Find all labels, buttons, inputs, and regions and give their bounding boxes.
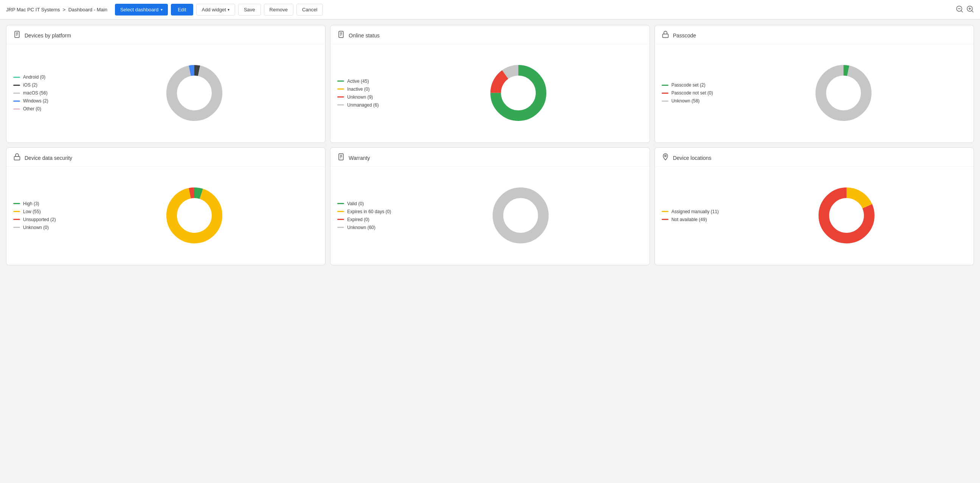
svg-point-26 [821, 70, 866, 116]
legend-item: Low (55) [13, 209, 62, 214]
legend-item: Unknown (0) [13, 225, 62, 230]
donut-device-locations [726, 183, 967, 248]
legend-color [662, 92, 668, 94]
legend-label: Unknown (0) [23, 225, 49, 230]
cancel-button[interactable]: Cancel [296, 4, 323, 16]
widget-body-device-locations: Assigned manually (11) Not available (49… [655, 167, 974, 265]
widget-body-online-status: Active (45) Inactive (0) Unknown (9) Unm… [331, 44, 649, 143]
donut-devices-by-platform [70, 61, 318, 125]
breadcrumb: JRP Mac PC IT Systems > Dashboard - Main [6, 7, 107, 13]
legend-color [13, 77, 20, 78]
zoom-in-button[interactable] [966, 5, 974, 14]
legend-item: Valid (0) [337, 201, 391, 207]
svg-rect-23 [662, 34, 668, 37]
widget-title-devices-by-platform: Devices by platform [25, 32, 71, 38]
widget-icon-device-locations [662, 153, 669, 162]
legend-color [13, 100, 20, 102]
widget-header-devices-by-platform: Devices by platform [6, 25, 325, 44]
widget-icon-devices-by-platform [13, 30, 21, 40]
legend-item: Unknown (9) [337, 94, 387, 100]
legend-label: High (3) [23, 201, 39, 207]
legend-label: Passcode set (2) [671, 83, 705, 88]
legend-label: macOS (56) [23, 91, 48, 95]
donut-online-status [394, 61, 643, 125]
legend-label: Expired (0) [347, 217, 369, 222]
legend-color [13, 85, 20, 86]
legend-devices-by-platform: Android (0) iOS (2) macOS (56) Windows (… [13, 75, 62, 111]
zoom-controls [956, 5, 974, 14]
widget-header-warranty: Warranty [331, 148, 649, 167]
svg-point-37 [498, 193, 543, 238]
legend-label: Expires in 60 days (0) [347, 209, 391, 214]
legend-label: iOS (2) [23, 83, 37, 88]
legend-color [13, 108, 20, 110]
legend-label: Unknown (9) [347, 94, 373, 100]
legend-item: Unknown (60) [337, 225, 391, 230]
legend-item: Windows (2) [13, 98, 62, 103]
legend-label: Passcode not set (0) [671, 91, 713, 95]
widget-title-device-locations: Device locations [673, 155, 711, 161]
legend-label: Unmanaged (6) [347, 102, 379, 108]
widget-device-locations: Device locations Assigned manually (11) … [654, 148, 974, 265]
legend-color [13, 219, 20, 220]
widget-icon-warranty [337, 153, 345, 162]
donut-device-data-security [70, 183, 318, 248]
widget-title-device-data-security: Device data security [25, 155, 72, 161]
widget-icon-device-data-security [13, 153, 21, 162]
svg-point-30 [172, 193, 217, 238]
legend-color [13, 211, 20, 212]
widget-body-devices-by-platform: Android (0) iOS (2) macOS (56) Windows (… [6, 44, 325, 143]
select-dashboard-button[interactable]: Select dashboard ▾ [115, 4, 168, 16]
legend-item: Other (0) [13, 106, 62, 111]
legend-item: Passcode set (2) [662, 83, 713, 88]
widget-passcode: Passcode Passcode set (2) Passcode not s… [654, 25, 974, 143]
add-widget-button[interactable]: Add widget ▾ [196, 4, 235, 16]
chevron-down-icon: ▾ [161, 8, 162, 12]
legend-label: Unknown (58) [671, 98, 700, 103]
svg-line-6 [972, 11, 973, 12]
legend-online-status: Active (45) Inactive (0) Unknown (9) Unm… [337, 79, 387, 108]
legend-device-data-security: High (3) Low (55) Unsupported (2) Unknow… [13, 201, 62, 230]
legend-label: Valid (0) [347, 201, 364, 207]
widget-icon-online-status [337, 30, 345, 40]
legend-color [662, 100, 668, 102]
legend-color [337, 96, 344, 97]
legend-item: Not available (49) [662, 217, 719, 222]
widget-header-online-status: Online status [331, 25, 649, 44]
widget-header-device-locations: Device locations [655, 148, 974, 167]
widget-online-status: Online status Active (45) Inactive (0) U… [330, 25, 649, 143]
legend-item: Assigned manually (11) [662, 209, 719, 214]
widget-header-device-data-security: Device data security [6, 148, 325, 167]
widget-title-warranty: Warranty [348, 155, 370, 161]
legend-color [337, 81, 344, 82]
legend-color [662, 85, 668, 86]
breadcrumb-parent: JRP Mac PC IT Systems [6, 7, 60, 13]
legend-item: Unknown (58) [662, 98, 713, 103]
zoom-out-button[interactable] [956, 5, 963, 14]
svg-rect-27 [14, 156, 20, 160]
legend-passcode: Passcode set (2) Passcode not set (0) Un… [662, 83, 713, 103]
legend-label: Low (55) [23, 209, 41, 214]
legend-item: High (3) [13, 201, 62, 207]
legend-device-locations: Assigned manually (11) Not available (49… [662, 209, 719, 222]
widget-device-data-security: Device data security High (3) Low (55) U… [6, 148, 326, 265]
legend-item: macOS (56) [13, 91, 62, 95]
legend-item: Passcode not set (0) [662, 91, 713, 95]
dashboard-grid: Devices by platform Android (0) iOS (2) … [0, 20, 980, 271]
legend-item: Expires in 60 days (0) [337, 209, 391, 214]
remove-button[interactable]: Remove [264, 4, 293, 16]
legend-item: Unmanaged (6) [337, 102, 387, 108]
legend-color [13, 92, 20, 94]
widget-body-device-data-security: High (3) Low (55) Unsupported (2) Unknow… [6, 167, 325, 265]
widget-title-online-status: Online status [348, 32, 380, 38]
legend-label: Assigned manually (11) [671, 209, 719, 214]
svg-point-13 [172, 70, 217, 116]
widget-devices-by-platform: Devices by platform Android (0) iOS (2) … [6, 25, 326, 143]
edit-button[interactable]: Edit [171, 4, 193, 16]
legend-color [337, 219, 344, 220]
widget-body-passcode: Passcode set (2) Passcode not set (0) Un… [655, 44, 974, 143]
legend-color [662, 219, 668, 220]
save-button[interactable]: Save [238, 4, 261, 16]
legend-label: Unknown (60) [347, 225, 375, 230]
legend-label: Android (0) [23, 75, 45, 80]
